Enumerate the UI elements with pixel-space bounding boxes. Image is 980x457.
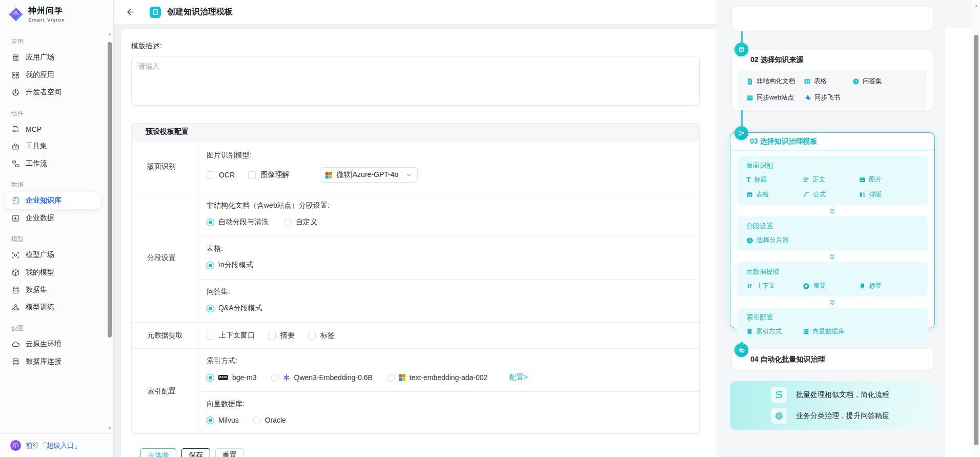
sidebar-scrollbar-thumb[interactable]: [108, 42, 112, 337]
scroll-up-icon[interactable]: ▲: [972, 4, 980, 8]
back-button[interactable]: [124, 6, 136, 18]
radio-dot[interactable]: [207, 374, 214, 382]
qwen3-embedding-radio[interactable]: Qwen3-Embedding-0.6B: [271, 373, 373, 382]
browser-icon: [746, 94, 753, 102]
page-title: 创建知识治理模板: [167, 7, 233, 17]
sidebar-item-label: 数据集: [26, 285, 47, 294]
sidebar-item-cloud-native[interactable]: 云原生环境: [5, 336, 101, 352]
tags-checkbox[interactable]: 标签: [308, 331, 335, 340]
image-understanding-checkbox[interactable]: 图像理解: [248, 170, 289, 180]
super-entry-label: 前往「超级入口」: [26, 441, 81, 450]
page-scrollbar: ▲: [972, 0, 980, 457]
scroll-up-icon[interactable]: ▲: [107, 32, 112, 36]
milvus-radio[interactable]: Milvus: [207, 416, 239, 424]
microsoft-icon: [399, 374, 405, 381]
row-index-config: 索引配置 索引方式: BAAI bge-m3: [132, 349, 699, 433]
radio-dot[interactable]: [207, 416, 214, 424]
row-label: 元数据提取: [132, 323, 199, 348]
sidebar-item-knowledge-base[interactable]: 企业知识库: [5, 192, 101, 209]
star-circle-icon: [803, 283, 810, 290]
row-label: 索引配置: [132, 349, 199, 433]
radio-dot[interactable]: [207, 305, 214, 312]
page-scrollbar-thumb[interactable]: [974, 35, 978, 445]
benefit-row: 业务分类治理，提升问答精度: [771, 408, 935, 424]
reset-button[interactable]: 重置: [215, 448, 244, 457]
checkbox-box[interactable]: [308, 332, 316, 340]
sidebar-item-label: 企业数据: [26, 213, 54, 223]
radio-dot[interactable]: [207, 262, 214, 269]
bge-m3-radio[interactable]: BAAI bge-m3: [207, 373, 257, 382]
db-stack-icon: [11, 357, 20, 366]
section-label-settings: 设置: [0, 324, 113, 333]
radio-dot[interactable]: [271, 374, 279, 382]
baai-icon: BAAI: [218, 375, 228, 381]
page-header: 创建知识治理模板: [114, 0, 717, 25]
group-metadata-extraction: 元数据提取 上下文 摘要 标签: [737, 262, 928, 296]
svg-text:MCP: MCP: [12, 129, 19, 132]
group-index-config: 索引配置 索引方式 向量数据库: [737, 308, 928, 342]
sidebar-item-label: 模型训练: [26, 303, 54, 312]
ocr-checkbox[interactable]: OCR: [207, 171, 235, 179]
ada-002-radio[interactable]: text-embedding-ada-002: [387, 373, 488, 382]
super-entry-link[interactable]: 前往「超级入口」: [0, 433, 113, 457]
form-actions: 去体验 保存 重置: [140, 448, 717, 457]
sidebar-item-label: 云原生环境: [26, 340, 62, 349]
qa-segment-radio[interactable]: Q&A分段模式: [207, 304, 262, 313]
radio-dot[interactable]: [284, 218, 292, 226]
item-slicer: 选择分片器: [746, 236, 803, 245]
radio-dot[interactable]: [387, 374, 395, 382]
item-formula: 公式: [803, 190, 859, 199]
scroll-down-icon[interactable]: ▼: [107, 426, 112, 431]
source-web-site: 同步web站点: [746, 93, 804, 102]
save-button[interactable]: 保存: [181, 448, 210, 457]
sidebar-item-model-training[interactable]: 模型训练: [5, 299, 101, 315]
newline-segment-radio[interactable]: \n分段模式: [207, 261, 253, 270]
brand-logo: 神州问学 Smart Vision: [0, 0, 113, 28]
knowledge-sources: 非结构化文档 表格 ? 问答集 同步web站点 同步飞书: [738, 70, 927, 109]
template-desc-input[interactable]: [131, 56, 700, 106]
section-label-data: 数据: [0, 181, 113, 189]
radio-dot[interactable]: [207, 218, 214, 226]
sidebar-item-mcp[interactable]: MCP MCP: [5, 121, 101, 137]
checkbox-box[interactable]: [268, 332, 276, 340]
svg-text:?: ?: [855, 79, 858, 84]
sidebar-item-toolset[interactable]: 工具集: [5, 138, 101, 154]
sidebar-item-developer-space[interactable]: 开发者空间: [5, 84, 101, 101]
main-area: 创建知识治理模板 模版描述: 预设模板配置 版面识别 图片识别模型:: [114, 0, 717, 457]
sidebar-item-my-models[interactable]: 我的模型: [5, 264, 101, 281]
image-model-select[interactable]: 微软|Azure-GPT-4o: [320, 167, 418, 183]
sidebar-item-app-plaza[interactable]: 应用广场: [5, 49, 101, 66]
try-button[interactable]: 去体验: [140, 448, 176, 457]
row-segment-settings: 分段设置 非结构化文档（含web站点）分段设置: 自动分段与清洗: [132, 193, 699, 323]
item-image: 图片: [859, 175, 928, 184]
sidebar-item-label: 我的应用: [26, 70, 54, 80]
checkbox-box[interactable]: [207, 171, 214, 179]
custom-segment-radio[interactable]: 自定义: [284, 217, 317, 227]
context-window-checkbox[interactable]: 上下文窗口: [207, 331, 255, 340]
checkbox-box[interactable]: [248, 171, 256, 179]
sidebar-item-enterprise-data[interactable]: 企业数据: [5, 210, 101, 226]
source-unstructured-doc: 非结构化文档: [746, 77, 804, 86]
sidebar-item-label: MCP: [26, 125, 42, 133]
summary-checkbox[interactable]: 摘要: [268, 331, 295, 340]
preset-config-table: 预设模板配置 版面识别 图片识别模型: OCR: [131, 123, 700, 434]
sidebar-item-dataset[interactable]: 数据集: [5, 282, 101, 298]
database-icon: [11, 286, 20, 294]
section-label-models: 模型: [0, 235, 113, 244]
step-01-card-partial: [732, 7, 933, 31]
sidebar-item-workflow[interactable]: 工作流: [5, 155, 101, 172]
sidebar-item-my-apps[interactable]: 我的应用: [5, 67, 101, 83]
configure-link[interactable]: 配置>: [509, 373, 527, 382]
auto-segment-radio[interactable]: 自动分段与清洗: [207, 217, 269, 227]
section-label-apps: 应用: [0, 37, 113, 46]
radio-dot[interactable]: [253, 416, 261, 424]
oracle-radio[interactable]: Oracle: [253, 416, 286, 424]
sidebar-item-model-plaza[interactable]: 模型广场: [5, 247, 101, 263]
step-03-title: 03 选择知识治理模板: [730, 133, 934, 150]
sidebar-item-label: 企业知识库: [26, 196, 62, 205]
sidebar-item-label: 应用广场: [26, 53, 54, 62]
checkbox-box[interactable]: [207, 332, 214, 340]
item-index-method: 索引方式: [746, 327, 803, 336]
benefit-row: 批量处理相似文档，简化流程: [771, 387, 935, 403]
sidebar-item-db-connection[interactable]: 数据库连接: [5, 353, 101, 370]
